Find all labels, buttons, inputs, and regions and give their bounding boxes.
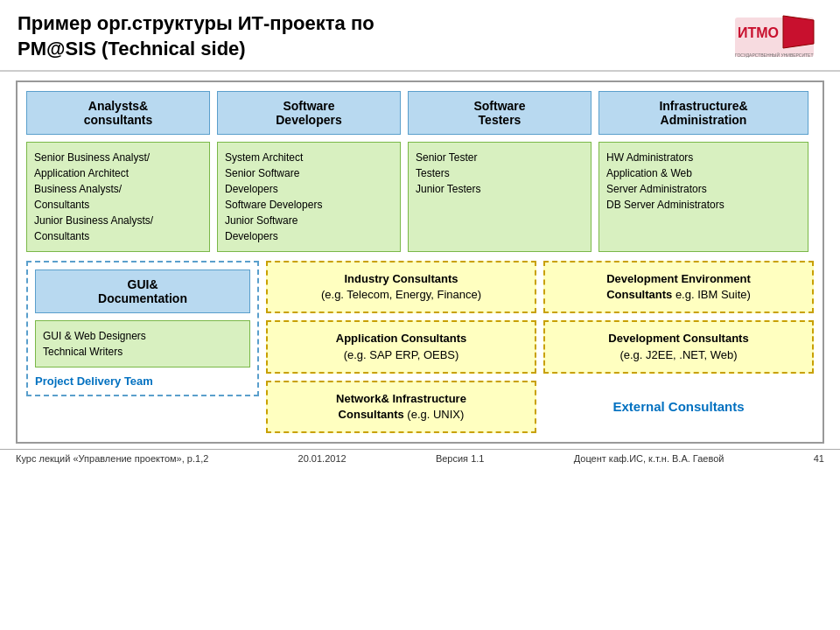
bottom-section: GUI&Documentation GUI & Web DesignersTec… (26, 261, 814, 433)
top-row: Analysts&consultants SoftwareDevelopers … (26, 91, 814, 135)
svg-text:ИТМО: ИТМО (738, 25, 779, 40)
external-consultants-label: External Consultants (543, 381, 814, 433)
svg-text:ГОСУДАРСТВЕННЫЙ УНИВЕРСИТЕТ: ГОСУДАРСТВЕННЫЙ УНИВЕРСИТЕТ (735, 52, 814, 58)
logo: ИТМО ГОСУДАРСТВЕННЫЙ УНИВЕРСИТЕТ (726, 10, 822, 63)
consultants-area: Industry Consultants (e.g. Telecom, Ener… (266, 261, 814, 433)
outer-box: Analysts&consultants SoftwareDevelopers … (16, 80, 824, 444)
footer-page: 41 (814, 453, 824, 464)
footer-version: Версия 1.1 (436, 453, 485, 464)
footer-author: Доцент каф.ИС, к.т.н. В.А. Гаевой (574, 453, 724, 464)
footer-date: 20.01.2012 (298, 453, 346, 464)
logo-svg: ИТМО ГОСУДАРСТВЕННЫЙ УНИВЕРСИТЕТ (731, 13, 818, 61)
network-consultants-box: Network& InfrastructureConsultants (e.g.… (266, 381, 536, 433)
sub-row: Senior Business Analyst/Application Arch… (26, 142, 814, 252)
software-test-box: SoftwareTesters (408, 91, 592, 135)
project-delivery-box: GUI&Documentation GUI & Web DesignersTec… (26, 261, 259, 396)
dev-env-consultants-box: Development EnvironmentConsultants e.g. … (543, 261, 814, 313)
svg-marker-1 (783, 16, 814, 48)
app-consultants-box: Application Consultants (e.g. SAP ERP, O… (266, 320, 536, 373)
footer-course: Курс лекций «Управление проектом», р.1,2 (16, 453, 208, 464)
industry-consultants-box: Industry Consultants (e.g. Telecom, Ener… (266, 261, 536, 313)
software-dev-box: SoftwareDevelopers (217, 91, 401, 135)
infra-box: Infrastructure&Administration (598, 91, 808, 135)
header-title: Пример орг.структуры ИТ-проекта по PM@SI… (18, 11, 374, 61)
main-content: Analysts&consultants SoftwareDevelopers … (0, 72, 840, 444)
header: Пример орг.структуры ИТ-проекта по PM@SI… (0, 0, 840, 72)
title-line1: Пример орг.структуры ИТ-проекта по (18, 12, 374, 34)
analysts-box: Analysts&consultants (26, 91, 210, 135)
project-delivery-label: Project Delivery Team (35, 374, 250, 388)
gui-detail: GUI & Web DesignersTechnical Writers (35, 320, 250, 368)
gui-title-box: GUI&Documentation (35, 270, 250, 313)
dev-detail: System ArchitectSenior SoftwareDeveloper… (217, 142, 401, 252)
test-detail: Senior TesterTestersJunior Testers (408, 142, 592, 252)
title-line2: PM@SIS (Technical side) (18, 38, 246, 60)
analysts-detail: Senior Business Analyst/Application Arch… (26, 142, 210, 252)
footer: Курс лекций «Управление проектом», р.1,2… (0, 449, 840, 467)
infra-detail: HW AdministratorsApplication & WebServer… (598, 142, 808, 252)
dev-consultants-box: Development Consultants (e.g. J2EE, .NET… (543, 320, 814, 373)
